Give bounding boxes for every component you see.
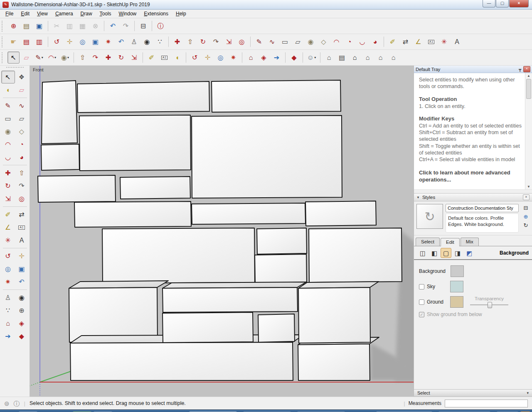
sky-checkbox[interactable] <box>419 284 424 289</box>
axes-icon[interactable]: ✳ <box>1 234 15 247</box>
menu-tools[interactable]: Tools <box>96 10 115 17</box>
circle-icon[interactable]: ◉ <box>305 36 317 48</box>
cut-icon[interactable]: ✂ <box>51 20 63 32</box>
freehand-icon[interactable]: ∿ <box>15 99 29 112</box>
arc-icon[interactable]: ◠ <box>1 138 15 151</box>
three-point-arc-icon[interactable]: ◡ <box>356 36 368 48</box>
display-secondary-pane-icon[interactable]: ⊟ <box>522 204 530 211</box>
tab-select[interactable]: Select <box>416 238 440 246</box>
print-icon[interactable]: ⊟ <box>137 20 149 32</box>
copy-icon[interactable]: ▥ <box>64 20 76 32</box>
menu-extensions[interactable]: Extensions <box>140 10 172 17</box>
zoom-extents-icon[interactable]: ✷ <box>102 36 114 48</box>
extension-warehouse-icon[interactable]: ◈ <box>15 317 29 330</box>
menu-edit[interactable]: Edit <box>17 10 33 17</box>
collapse-icon[interactable]: ▼ <box>416 196 420 199</box>
stone-block[interactable] <box>255 254 307 285</box>
edit-modeling-settings-icon[interactable]: ◩ <box>464 248 475 258</box>
sign-in-icon[interactable]: ☺▾ <box>305 52 318 64</box>
maximize-button[interactable]: ▢ <box>496 0 509 7</box>
pan-icon[interactable]: ✛ <box>64 36 76 48</box>
stone-block[interactable] <box>309 228 402 282</box>
offset-icon[interactable]: ◎ <box>15 192 29 205</box>
stone-block[interactable] <box>42 81 77 144</box>
zoom-extents-icon[interactable]: ✷ <box>1 275 15 288</box>
style-name-input[interactable] <box>446 204 519 212</box>
orbit-icon[interactable]: ↺ <box>189 52 201 64</box>
zoom-icon[interactable]: ◎ <box>214 52 227 64</box>
transparency-slider[interactable] <box>470 302 508 308</box>
follow-me-icon[interactable]: ↷ <box>15 179 29 192</box>
line-icon[interactable]: ✎ <box>1 99 15 112</box>
follow-me-icon[interactable]: ↷ <box>210 36 222 48</box>
position-camera-icon[interactable]: ♙ <box>128 36 140 48</box>
menu-camera[interactable]: Camera <box>52 10 77 17</box>
send-to-layout-icon[interactable]: ➔ <box>1 330 15 343</box>
protractor-icon[interactable]: ∠ <box>412 36 424 48</box>
push-pull-icon[interactable]: ⇧ <box>76 52 89 64</box>
position-camera-icon[interactable]: ♙ <box>1 291 15 304</box>
stone-block[interactable] <box>163 312 253 343</box>
freehand-icon[interactable]: ∿ <box>266 36 278 48</box>
tab-mix[interactable]: Mix <box>461 238 479 246</box>
edit-edge-settings-icon[interactable]: ◫ <box>417 248 428 258</box>
sky-color-swatch[interactable] <box>450 281 463 292</box>
orbit-icon[interactable]: ↺ <box>1 250 15 262</box>
extension-warehouse-icon[interactable]: ◈ <box>258 52 270 64</box>
toolbar-grip[interactable] <box>2 52 5 63</box>
scroll-up-icon[interactable]: ▲ <box>525 74 532 78</box>
tray-header[interactable]: Default Tray ┳ × <box>414 66 532 73</box>
toolbar-grip[interactable] <box>2 37 5 47</box>
zoom-window-icon[interactable]: ▣ <box>15 262 29 275</box>
stone-block[interactable] <box>70 342 293 380</box>
section-plane-icon[interactable]: ⊕ <box>15 304 29 317</box>
tray-tab-arrow-icon[interactable]: ▾ <box>527 391 529 395</box>
view-iso-icon[interactable]: ⌂ <box>323 52 335 64</box>
scale-icon[interactable]: ⇲ <box>128 52 140 64</box>
component-options-icon[interactable]: ▤ <box>20 36 32 48</box>
line-icon[interactable]: ✎ <box>253 36 265 48</box>
update-style-icon[interactable]: ↻ <box>522 221 530 229</box>
scale-icon[interactable]: ⇲ <box>223 36 235 48</box>
select-icon[interactable]: ↖ <box>1 71 15 83</box>
menu-file[interactable]: File <box>2 10 17 17</box>
measurements-input[interactable] <box>445 400 528 407</box>
credits-icon[interactable]: ⓘ <box>14 400 20 407</box>
orbit-icon[interactable]: ↺ <box>51 36 63 48</box>
move-icon[interactable]: ✚ <box>102 52 114 64</box>
view-left-icon[interactable]: ⌂ <box>387 52 399 64</box>
stone-block[interactable] <box>298 287 370 343</box>
polygon-icon[interactable]: ◇ <box>15 125 29 138</box>
stone-block[interactable] <box>298 344 370 380</box>
tape-measure-icon[interactable]: ✐ <box>387 36 399 48</box>
stone-block[interactable] <box>257 228 307 254</box>
previous-view-icon[interactable]: ↶ <box>15 275 29 288</box>
edit-face-settings-icon[interactable]: ◧ <box>429 248 440 258</box>
rotate-icon[interactable]: ↻ <box>115 52 127 64</box>
ground-checkbox[interactable] <box>419 299 424 305</box>
rotate-icon[interactable]: ↻ <box>197 36 209 48</box>
extension-manager-icon[interactable]: ◆ <box>15 330 29 343</box>
paint-bucket-icon[interactable]: ◖ <box>171 52 183 64</box>
dimension-icon[interactable]: ⇄ <box>399 36 411 48</box>
make-component-icon[interactable]: ❖ <box>15 71 29 83</box>
zoom-icon[interactable]: ◎ <box>76 36 89 48</box>
view-back-icon[interactable]: ⌂ <box>374 52 387 64</box>
walk-icon[interactable]: ∵ <box>1 304 15 317</box>
scroll-thumb[interactable] <box>526 79 531 99</box>
stone-block[interactable] <box>212 80 341 112</box>
rectangle-icon[interactable]: ▭ <box>279 36 291 48</box>
sign-in-dropdown-arrow[interactable]: ▾ <box>314 56 316 59</box>
tape-measure-icon[interactable]: ✐ <box>145 52 158 64</box>
line-icon[interactable]: ✎▾ <box>33 52 45 64</box>
walk-icon[interactable]: ∵ <box>154 36 166 48</box>
pie-icon[interactable]: ◕ <box>369 36 381 48</box>
view-front-icon[interactable]: ⌂ <box>349 52 361 64</box>
edit-watermark-settings-icon[interactable]: ◨ <box>452 248 463 258</box>
shapes-icon[interactable]: ◉▾ <box>59 52 71 64</box>
stone-block[interactable] <box>192 203 305 224</box>
zoom-extents-icon[interactable]: ✷ <box>227 52 239 64</box>
text-icon[interactable]: A1 <box>15 221 29 234</box>
stone-block[interactable] <box>192 115 342 198</box>
stone-block[interactable] <box>74 201 191 227</box>
